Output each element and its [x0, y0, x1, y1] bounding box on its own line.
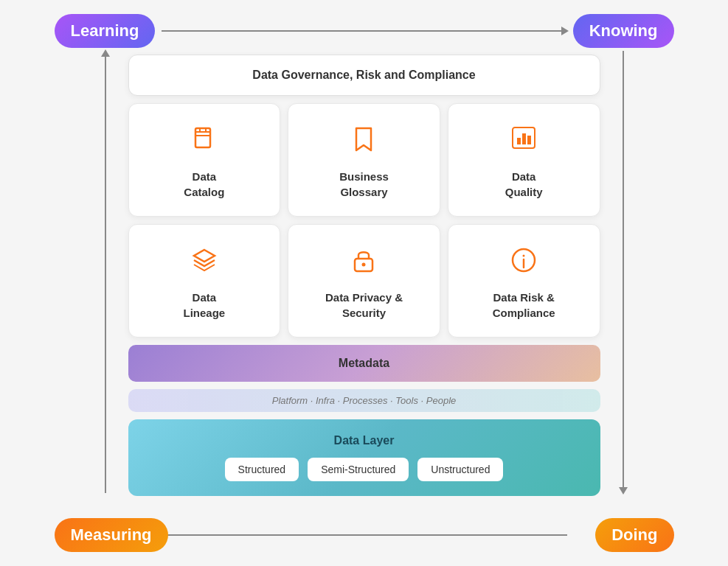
svg-rect-2	[517, 138, 521, 144]
lock-icon	[349, 245, 378, 279]
card-business-glossary-label: BusinessGlossary	[339, 169, 389, 200]
governance-title: Data Governance, Risk and Compliance	[252, 69, 475, 81]
card-data-lineage-label: DataLineage	[183, 290, 225, 321]
governance-banner: Data Governance, Risk and Compliance	[128, 55, 600, 96]
corner-label-measuring: Measuring	[55, 518, 168, 552]
metadata-bar: Metadata	[128, 345, 600, 382]
card-data-privacy-security: Data Privacy &Security	[288, 224, 440, 338]
arrow-top	[162, 30, 567, 32]
learning-text: Learning	[71, 21, 139, 40]
svg-rect-0	[195, 128, 210, 147]
arrow-bottom	[162, 534, 567, 536]
card-data-lineage: DataLineage	[128, 224, 281, 338]
corner-label-learning: Learning	[55, 14, 156, 48]
metadata-label: Metadata	[339, 357, 389, 369]
doing-text: Doing	[611, 525, 657, 544]
bookmark-icon	[190, 125, 219, 158]
data-layer: Data Layer Structured Semi-Structured Un…	[128, 419, 600, 496]
knowing-text: Knowing	[589, 21, 658, 40]
svg-marker-5	[194, 250, 215, 262]
arrow-right	[623, 51, 624, 493]
card-data-quality: DataQuality	[448, 103, 600, 217]
data-layer-structured: Structured	[225, 458, 299, 481]
data-layer-items: Structured Semi-Structured Unstructured	[225, 458, 504, 481]
bar-chart-icon	[509, 125, 538, 158]
corner-label-knowing: Knowing	[573, 14, 674, 48]
svg-rect-3	[522, 133, 526, 144]
corner-label-doing: Doing	[595, 518, 673, 552]
platform-bar: Platform · Infra · Processes · Tools · P…	[128, 389, 600, 412]
diagram-container: Learning Knowing Measuring Doing Data Go…	[55, 14, 674, 552]
card-data-privacy-security-label: Data Privacy &Security	[325, 290, 403, 321]
bookmark-outline-icon	[349, 125, 378, 158]
arrow-left	[105, 51, 106, 493]
card-data-catalog-label: DataCatalog	[184, 169, 224, 200]
row1-cards: DataCatalog BusinessGlossary	[128, 103, 600, 217]
svg-point-9	[523, 255, 525, 257]
card-data-risk-compliance: Data Risk &Compliance	[448, 224, 600, 338]
svg-rect-4	[527, 136, 531, 144]
layers-icon	[190, 245, 219, 279]
main-content: Data Governance, Risk and Compliance Dat…	[128, 55, 600, 496]
card-data-risk-compliance-label: Data Risk &Compliance	[493, 290, 555, 321]
data-layer-unstructured: Unstructured	[417, 458, 503, 481]
card-business-glossary: BusinessGlossary	[288, 103, 440, 217]
data-layer-title: Data Layer	[334, 434, 395, 447]
data-layer-semi-structured: Semi-Structured	[308, 458, 409, 481]
card-data-catalog: DataCatalog	[128, 103, 281, 217]
svg-point-7	[362, 263, 366, 267]
info-circle-icon	[509, 245, 538, 279]
measuring-text: Measuring	[71, 525, 152, 544]
platform-label: Platform · Infra · Processes · Tools · P…	[272, 395, 457, 406]
row2-cards: DataLineage Data Privacy &Security	[128, 224, 600, 338]
card-data-quality-label: DataQuality	[505, 169, 543, 200]
